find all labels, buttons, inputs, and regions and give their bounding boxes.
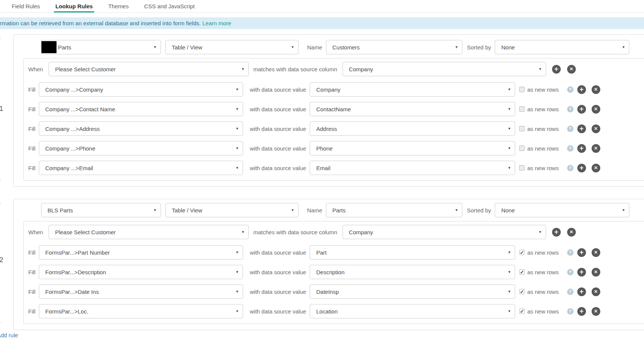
source-type-select[interactable]: Table / View ▼ xyxy=(165,203,298,217)
fill-field-select[interactable]: FormsPar...>Loc. ▼ xyxy=(39,304,243,318)
as-new-rows-checkbox[interactable] xyxy=(519,165,525,171)
dropdown-caret-icon: ▼ xyxy=(241,67,245,71)
as-new-rows-checkbox[interactable]: ✓ xyxy=(519,309,525,314)
as-new-rows-label: as new rows xyxy=(527,165,558,171)
add-fill-row-button[interactable]: + xyxy=(577,307,586,316)
help-icon[interactable]: ? xyxy=(567,145,574,152)
lookup-rule-block-1: Parts ▼ Table / View ▼ Name Customers ▼ … xyxy=(13,34,644,187)
remove-fill-row-button[interactable]: ✕ xyxy=(592,248,600,257)
lookup-name-select[interactable]: BLS Parts ▼ xyxy=(41,203,161,217)
remove-fill-row-button[interactable]: ✕ xyxy=(592,124,600,133)
tab-lookup-rules[interactable]: Lookup Rules xyxy=(54,1,94,12)
as-new-rows-label: as new rows xyxy=(527,126,558,132)
rule-group-box: When Please Select Customer ▼ matches wi… xyxy=(23,221,644,324)
fill-field-select[interactable]: Company ...>Contact Name ▼ xyxy=(39,102,243,116)
fill-field-value: Company ...>Company xyxy=(45,86,103,93)
fill-field-select[interactable]: Company ...>Company ▼ xyxy=(39,82,243,97)
add-fill-row-button[interactable]: + xyxy=(577,85,586,94)
help-icon[interactable]: ? xyxy=(567,289,574,295)
fill-value-select[interactable]: Address ▼ xyxy=(310,121,515,136)
tab-field-rules[interactable]: Field Rules xyxy=(10,1,41,12)
fill-field-select[interactable]: FormsPar...>Date Ins ▼ xyxy=(39,284,243,299)
add-fill-row-button[interactable]: + xyxy=(577,144,586,153)
fill-value-select[interactable]: Company ▼ xyxy=(310,82,515,97)
help-icon[interactable]: ? xyxy=(567,126,574,132)
sorted-by-label: Sorted by xyxy=(467,44,491,51)
move-rule-1-down-icon[interactable]: ↓ xyxy=(0,173,2,183)
help-icon[interactable]: ? xyxy=(567,165,574,171)
remove-when-condition-button[interactable]: ✕ xyxy=(567,228,576,237)
fill-field-select[interactable]: FormsPar...>Description ▼ xyxy=(39,265,243,279)
as-new-rows-checkbox[interactable]: ✓ xyxy=(519,269,525,275)
remove-when-condition-button[interactable]: ✕ xyxy=(567,65,576,74)
as-new-rows-checkbox[interactable] xyxy=(519,126,525,131)
fill-value-select[interactable]: DateInsp ▼ xyxy=(310,284,515,299)
fill-field-select[interactable]: Company ...>Address ▼ xyxy=(39,121,243,136)
help-icon[interactable]: ? xyxy=(567,249,574,256)
rule-header-row: BLS Parts ▼ Table / View ▼ Name Parts ▼ … xyxy=(14,203,644,217)
as-new-rows-label: as new rows xyxy=(527,86,558,93)
add-fill-row-button[interactable]: + xyxy=(577,164,586,172)
rule-2-number: 2 xyxy=(0,256,3,264)
lookup-name-select[interactable]: Parts ▼ xyxy=(41,40,161,54)
fill-value-select[interactable]: Phone ▼ xyxy=(310,141,515,155)
when-field-select[interactable]: Please Select Customer ▼ xyxy=(49,225,249,239)
add-rule-link[interactable]: Add rule xyxy=(0,332,18,338)
add-when-condition-button[interactable]: + xyxy=(552,228,561,237)
fill-value-select[interactable]: Email ▼ xyxy=(310,161,515,175)
as-new-rows-checkbox[interactable] xyxy=(519,87,525,92)
remove-fill-row-button[interactable]: ✕ xyxy=(592,164,600,172)
when-field-select[interactable]: Please Select Customer ▼ xyxy=(49,62,249,76)
when-label: When xyxy=(28,66,43,72)
fill-value-value: Email xyxy=(316,165,330,171)
source-type-select[interactable]: Table / View ▼ xyxy=(165,40,298,54)
remove-fill-row-button[interactable]: ✕ xyxy=(592,287,600,296)
move-rule-1-up-icon[interactable]: ↑ xyxy=(0,34,2,44)
help-icon[interactable]: ? xyxy=(567,86,574,93)
move-rule-2-down-icon[interactable]: ↓ xyxy=(0,315,2,326)
fill-value-select[interactable]: Part ▼ xyxy=(310,245,515,260)
tab-css-javascript[interactable]: CSS and JavaScript xyxy=(142,1,196,12)
fill-value-value: Location xyxy=(316,308,338,315)
fill-field-select[interactable]: Company ...>Phone ▼ xyxy=(39,141,243,155)
fill-field-select[interactable]: FormsPar...>Part Number ▼ xyxy=(39,245,243,260)
fill-value-select[interactable]: Location ▼ xyxy=(310,304,515,318)
help-icon[interactable]: ? xyxy=(567,269,574,275)
table-name-select[interactable]: Parts ▼ xyxy=(326,203,462,217)
add-fill-row-button[interactable]: + xyxy=(577,248,586,257)
as-new-rows-label: as new rows xyxy=(527,106,558,112)
sorted-by-select[interactable]: None ▼ xyxy=(495,203,629,217)
fill-field-value: FormsPar...>Date Ins xyxy=(45,289,99,295)
as-new-rows-checkbox[interactable] xyxy=(519,106,525,112)
table-name-select[interactable]: Customers ▼ xyxy=(326,40,462,54)
fill-rule-row: Fill FormsPar...>Description ▼ with data… xyxy=(24,265,644,279)
sorted-by-select[interactable]: None ▼ xyxy=(495,40,629,54)
add-fill-row-button[interactable]: + xyxy=(577,268,586,277)
add-when-condition-button[interactable]: + xyxy=(552,65,561,74)
when-column-select[interactable]: Company ▼ xyxy=(343,62,546,76)
as-new-rows-checkbox[interactable] xyxy=(519,146,525,151)
as-new-rows-checkbox[interactable]: ✓ xyxy=(519,250,525,255)
tab-themes[interactable]: Themes xyxy=(107,1,130,12)
fill-value-select[interactable]: Description ▼ xyxy=(310,265,515,279)
remove-fill-row-button[interactable]: ✕ xyxy=(592,144,600,153)
dropdown-caret-icon: ▼ xyxy=(455,45,458,49)
add-fill-row-button[interactable]: + xyxy=(577,124,586,133)
fill-field-select[interactable]: Company ...>Email ▼ xyxy=(39,161,243,175)
move-rule-2-up-icon[interactable]: ↑ xyxy=(0,199,2,209)
learn-more-link[interactable]: Learn more xyxy=(202,20,231,26)
as-new-rows-checkbox[interactable]: ✓ xyxy=(519,289,525,294)
remove-fill-row-button[interactable]: ✕ xyxy=(592,268,600,277)
fill-value-select[interactable]: ContactName ▼ xyxy=(310,102,515,116)
remove-fill-row-button[interactable]: ✕ xyxy=(592,105,600,114)
as-new-rows-label: as new rows xyxy=(527,249,558,256)
add-fill-row-button[interactable]: + xyxy=(577,105,586,114)
name-label: Name xyxy=(307,207,322,214)
add-fill-row-button[interactable]: + xyxy=(577,287,586,296)
remove-fill-row-button[interactable]: ✕ xyxy=(592,85,600,94)
help-icon[interactable]: ? xyxy=(567,106,574,112)
remove-fill-row-button[interactable]: ✕ xyxy=(592,307,600,316)
when-column-select[interactable]: Company ▼ xyxy=(343,225,546,239)
sorted-by-value: None xyxy=(501,44,515,51)
help-icon[interactable]: ? xyxy=(567,308,574,315)
